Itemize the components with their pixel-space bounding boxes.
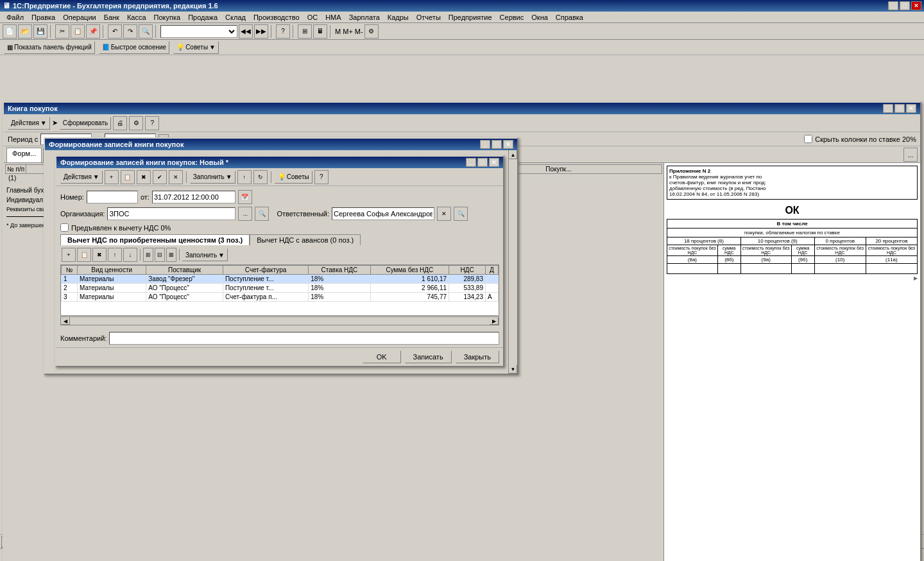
dlg-help-btn2[interactable]: ? <box>314 170 329 184</box>
close-button[interactable]: ✕ <box>911 1 921 10</box>
inner-table-row[interactable]: 1 Материалы Завод "Фрезер" Поступление т… <box>62 275 499 284</box>
h-scrollbar[interactable]: ◀ ▶ <box>60 316 499 325</box>
it-t1-btn[interactable]: ⊞ <box>143 248 153 262</box>
menu-warehouse[interactable]: Склад <box>221 13 250 22</box>
it-t2-btn[interactable]: ⊟ <box>155 248 165 262</box>
dlg-outer-minimize[interactable]: _ <box>480 140 490 149</box>
book-form-btn[interactable]: Сформировать <box>60 117 112 130</box>
dlg-inner-close[interactable]: ✕ <box>489 158 499 167</box>
new-btn[interactable]: 📄 <box>3 24 17 39</box>
menu-cash[interactable]: Касса <box>123 13 150 22</box>
scroll-right[interactable]: ▶ <box>490 317 499 325</box>
date-input[interactable] <box>152 191 235 203</box>
it-del-btn[interactable]: ✖ <box>92 248 107 262</box>
scroll-up[interactable]: ▲ <box>509 150 517 159</box>
save-button[interactable]: Записать <box>405 350 452 363</box>
it-down-btn[interactable]: ↓ <box>123 248 137 262</box>
dlg-unpost-btn[interactable]: ✕ <box>169 170 183 184</box>
save-btn[interactable]: 💾 <box>33 24 47 39</box>
resp-search-btn[interactable]: 🔍 <box>454 207 468 221</box>
menu-enterprise[interactable]: Предприятие <box>445 13 496 22</box>
calc-btn[interactable]: 🖩 <box>313 24 327 39</box>
org-dots-btn[interactable]: ... <box>238 207 252 221</box>
open-btn[interactable]: 📂 <box>18 24 32 39</box>
dlg-inner-maximize[interactable]: □ <box>477 158 488 167</box>
dlg-fill-btn[interactable]: Заполнить ▼ <box>190 171 235 184</box>
menu-nma[interactable]: НМА <box>321 13 345 22</box>
quick-learn-btn[interactable]: 📘 Быстрое освоение <box>99 41 169 54</box>
menu-salary[interactable]: Зарплата <box>345 13 384 22</box>
it-copy-btn[interactable]: 📋 <box>77 248 91 262</box>
outer-scrollbar[interactable]: ▲ ▼ <box>508 150 517 374</box>
number-input[interactable] <box>87 191 138 203</box>
book-settings-btn[interactable]: ⚙ <box>129 116 143 130</box>
menu-os[interactable]: ОС <box>304 13 322 22</box>
hide-cols-checkbox[interactable] <box>804 135 812 143</box>
inner-tab2[interactable]: Вычет НДС с авансов (0 поз.) <box>250 234 361 245</box>
nds0-checkbox[interactable] <box>60 223 69 232</box>
inner-tab1[interactable]: Вычет НДС по приобретенным ценностям (3 … <box>60 234 250 245</box>
book-outer-minimize[interactable]: _ <box>883 104 893 113</box>
dlg-actions-btn[interactable]: Действия ▼ <box>60 171 103 184</box>
book-help-btn[interactable]: ? <box>145 116 159 130</box>
menu-edit[interactable]: Правка <box>28 13 59 22</box>
inner-table-row[interactable]: 3 Материалы АО "Процесс" Счет-фактура п.… <box>62 293 499 302</box>
menu-prod[interactable]: Производство <box>250 13 304 22</box>
dlg-new-btn[interactable]: + <box>105 170 119 184</box>
redo-btn[interactable]: ↷ <box>123 24 137 39</box>
show-panel-btn[interactable]: ▦ Показать панель функций <box>4 41 95 54</box>
expand-btn[interactable]: ... <box>903 148 918 162</box>
dialog-inner-title[interactable]: Формирование записей книги покупок: Новы… <box>56 157 503 168</box>
menu-help[interactable]: Справка <box>552 13 587 22</box>
app-title-controls[interactable]: _ □ ✕ <box>888 1 921 10</box>
dlg-copy-btn[interactable]: 📋 <box>121 170 135 184</box>
menu-bank[interactable]: Банк <box>100 13 123 22</box>
find-btn[interactable]: 🔍 <box>139 24 153 39</box>
cut-btn[interactable]: ✂ <box>55 24 69 39</box>
grid-btn[interactable]: ⊞ <box>298 24 312 39</box>
book-outer-maximize[interactable]: □ <box>894 104 905 113</box>
it-t3-btn[interactable]: ⊠ <box>166 248 176 262</box>
it-up-btn[interactable]: ↑ <box>108 248 122 262</box>
org-input[interactable] <box>107 207 235 220</box>
menu-buy[interactable]: Покупка <box>150 13 185 22</box>
inner-table-row[interactable]: 2 Материалы АО "Процесс" Поступление т..… <box>62 284 499 293</box>
dlg-refresh-btn[interactable]: ↻ <box>253 170 268 184</box>
it-add-btn[interactable]: + <box>62 248 76 262</box>
book-outer-close[interactable]: ✕ <box>906 104 916 113</box>
book-print-btn[interactable]: 🖨 <box>113 116 127 130</box>
settings-btn[interactable]: ⚙ <box>364 24 379 39</box>
date-picker-btn[interactable]: 📅 <box>238 190 252 204</box>
menu-staff[interactable]: Кадры <box>384 13 413 22</box>
dlg-outer-close[interactable]: ✕ <box>503 140 513 149</box>
dlg-post-btn[interactable]: ✔ <box>153 170 167 184</box>
book-outer-controls[interactable]: _ □ ✕ <box>883 104 916 113</box>
menu-service[interactable]: Сервис <box>496 13 528 22</box>
help-btn[interactable]: ? <box>276 24 290 39</box>
dlg-inner-minimize[interactable]: _ <box>466 158 476 167</box>
close-button[interactable]: Закрыть <box>456 350 499 363</box>
copy-btn[interactable]: 📋 <box>71 24 85 39</box>
menu-sell[interactable]: Продажа <box>184 13 221 22</box>
dlg-del-btn[interactable]: ✖ <box>137 170 151 184</box>
menu-reports[interactable]: Отчеты <box>413 13 445 22</box>
comment-input[interactable] <box>109 332 499 345</box>
paste-btn[interactable]: 📌 <box>86 24 100 39</box>
dlg-move-up-btn[interactable]: ↑ <box>237 170 252 184</box>
minimize-button[interactable]: _ <box>888 1 898 10</box>
resp-clear-btn[interactable]: ✕ <box>437 207 451 221</box>
dlg-tips-btn[interactable]: 💡 Советы <box>275 171 312 184</box>
menu-ops[interactable]: Операции <box>59 13 99 22</box>
tab-form[interactable]: Форм... <box>6 148 42 162</box>
maximize-button[interactable]: □ <box>900 1 910 10</box>
next-btn[interactable]: ▶▶ <box>254 24 268 39</box>
prev-btn[interactable]: ◀◀ <box>239 24 253 39</box>
scroll-left[interactable]: ◀ <box>61 317 70 325</box>
org-search-btn[interactable]: 🔍 <box>255 207 269 221</box>
book-actions-btn[interactable]: Действия ▼ <box>8 117 50 130</box>
dialog-outer-controls[interactable]: _ □ ✕ <box>480 140 513 149</box>
ok-button[interactable]: OK <box>363 350 401 363</box>
resp-input[interactable] <box>332 207 434 220</box>
dlg-outer-maximize[interactable]: □ <box>492 140 502 149</box>
tips-btn[interactable]: 💡 Советы ▼ <box>173 41 219 54</box>
